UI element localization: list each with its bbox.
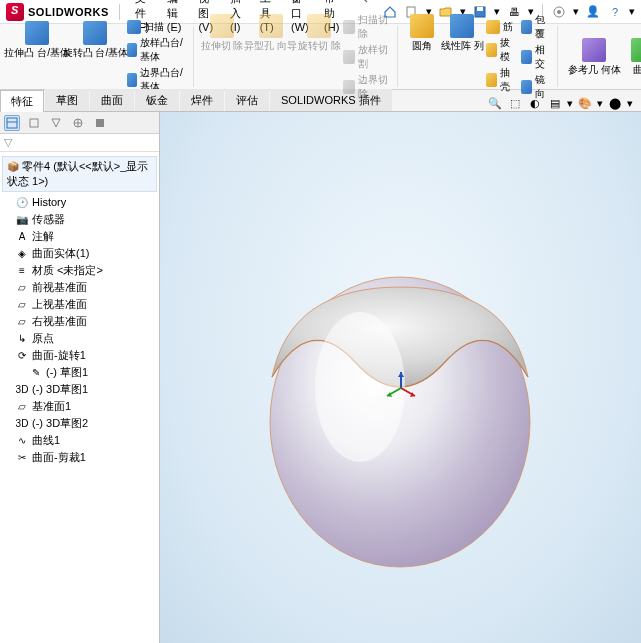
revolve-boss-button[interactable]: 旋转凸 台/基体 [66,19,124,95]
tree-item[interactable]: ≡材质 <未指定> [2,262,157,279]
draft-icon [486,43,497,57]
trim-icon: ✂ [16,452,28,464]
group-features: 圆角 线性阵 列 筋 拔模 抽壳 包覆 相交 镜向 [400,26,558,87]
3d-icon: 3D [16,418,28,430]
draft-button[interactable]: 拔模 [484,35,518,65]
graphics-viewport[interactable] [160,112,641,643]
svg-line-1 [364,0,367,2]
intersect-icon [521,50,532,64]
plane-icon: ▱ [16,316,28,328]
refgeo-icon [582,38,606,62]
cut-extrude-button: 拉伸切 除 [200,12,244,102]
sketch-icon: ✎ [30,367,42,379]
tree-item[interactable]: ▱前视基准面 [2,279,157,296]
revolve-icon: ⟳ [16,350,28,362]
tree-item[interactable]: ↳原点 [2,330,157,347]
separator [119,4,120,20]
manager-tabs [0,112,159,134]
svg-marker-17 [398,372,404,377]
hole-icon [259,14,283,38]
view-orientation-icon[interactable]: ⬚ [507,95,523,111]
cut-revolve-button: 旋转切 除 [297,12,341,102]
tree-item[interactable]: 3D(-) 3D草图2 [2,415,157,432]
main-area: ▽ 📦 零件4 (默认<<默认>_显示状态 1>) 🕑History📷传感器A注… [0,112,641,643]
ref-geometry-button[interactable]: 参考几 何体 [564,36,625,77]
tree-item-label: 上视基准面 [32,297,87,312]
tree-item[interactable]: 📷传感器 [2,211,157,228]
tree-root[interactable]: 📦 零件4 (默认<<默认>_显示状态 1>) [2,156,157,192]
extrude-boss-button[interactable]: 拉伸凸 台/基体 [8,19,66,95]
extrude-icon [25,21,49,45]
options-icon[interactable] [551,4,567,20]
cut-extrude-icon [210,14,234,38]
fillet-button[interactable]: 圆角 [404,12,440,102]
group-cut: 拉伸切 除 异型孔 向导 旋转切 除 扫描切除 放样切割 边界切除 [196,26,398,87]
intersect-button[interactable]: 相交 [519,42,553,72]
tab-features[interactable]: 特征 [0,90,44,112]
tree-item-label: (-) 3D草图2 [32,416,88,431]
curves-icon [631,38,641,62]
rib-icon [486,20,500,34]
display-style-icon[interactable]: ◐ [527,95,543,111]
tree-item-label: 材质 <未指定> [32,263,103,278]
sweep-button[interactable]: 扫描 [125,19,189,35]
dimxpert-tab-icon[interactable] [70,115,86,131]
zoom-fit-icon[interactable]: 🔍 [487,95,503,111]
revolve-icon [83,21,107,45]
config-tab-icon[interactable] [48,115,64,131]
help-icon[interactable]: ? [607,4,623,20]
svg-point-6 [557,10,561,14]
tab-sketch[interactable]: 草图 [45,89,89,111]
3d-icon: 3D [16,384,28,396]
solidworks-icon [6,3,24,21]
tree-item[interactable]: ✎(-) 草图1 [2,364,157,381]
view-toolbar: 🔍 ⬚ ◐ ▤▾ 🎨▾ ⬤▾ [487,95,641,111]
tree-item-label: 注解 [32,229,54,244]
tree-item-label: 曲面-剪裁1 [32,450,86,465]
tree-item-label: (-) 草图1 [46,365,88,380]
user-icon[interactable]: 👤 [585,4,601,20]
wrap-icon [521,20,532,34]
boundary-icon [127,73,137,87]
tree-item[interactable]: A注解 [2,228,157,245]
property-tab-icon[interactable] [26,115,42,131]
group-boss: 拉伸凸 台/基体 旋转凸 台/基体 扫描 放样凸台/基体 边界凸台/基体 [4,26,194,87]
tree-item[interactable]: ✂曲面-剪裁1 [2,449,157,466]
display-tab-icon[interactable] [92,115,108,131]
feature-tree: 📦 零件4 (默认<<默认>_显示状态 1>) 🕑History📷传感器A注解◈… [0,152,159,643]
tree-item[interactable]: ▱上视基准面 [2,296,157,313]
fillet-icon [410,14,434,38]
tree-item[interactable]: ⟳曲面-旋转1 [2,347,157,364]
wrap-button[interactable]: 包覆 [519,12,553,42]
hole-wizard-button: 异型孔 向导 [244,12,297,102]
rib-button[interactable]: 筋 [484,19,518,35]
loft-button[interactable]: 放样凸台/基体 [125,35,189,65]
cut-sweep-button: 扫描切除 [341,12,393,42]
part-icon: 📦 [7,161,19,173]
plane-icon: ▱ [16,299,28,311]
scene-icon[interactable]: ⬤ [607,95,623,111]
tree-item[interactable]: ◈曲面实体(1) [2,245,157,262]
curves-button[interactable]: 曲线 [625,36,641,77]
svg-rect-13 [96,119,104,127]
tree-item[interactable]: ∿曲线1 [2,432,157,449]
tree-item[interactable]: 🕑History [2,194,157,211]
linear-pattern-button[interactable]: 线性阵 列 [440,12,484,102]
section-view-icon[interactable]: ▤ [547,95,563,111]
tree-item[interactable]: 3D(-) 3D草图1 [2,381,157,398]
tree-item[interactable]: ▱基准面1 [2,398,157,415]
tree-item-label: (-) 3D草图1 [32,382,88,397]
tree-item-label: 原点 [32,331,54,346]
cut-loft-button: 放样切割 [341,42,393,72]
tree-item-label: 右视基准面 [32,314,87,329]
tree-item[interactable]: ▱右视基准面 [2,313,157,330]
shell-button[interactable]: 抽壳 [484,65,518,95]
svg-rect-7 [7,118,17,128]
tab-surfaces[interactable]: 曲面 [90,89,134,111]
appearance-icon[interactable]: 🎨 [577,95,593,111]
filter-icon[interactable]: ▽ [4,136,12,148]
annot-icon: A [16,231,28,243]
feature-tree-tab-icon[interactable] [4,115,20,131]
shell-icon [486,73,497,87]
tab-sheetmetal[interactable]: 钣金 [135,89,179,111]
